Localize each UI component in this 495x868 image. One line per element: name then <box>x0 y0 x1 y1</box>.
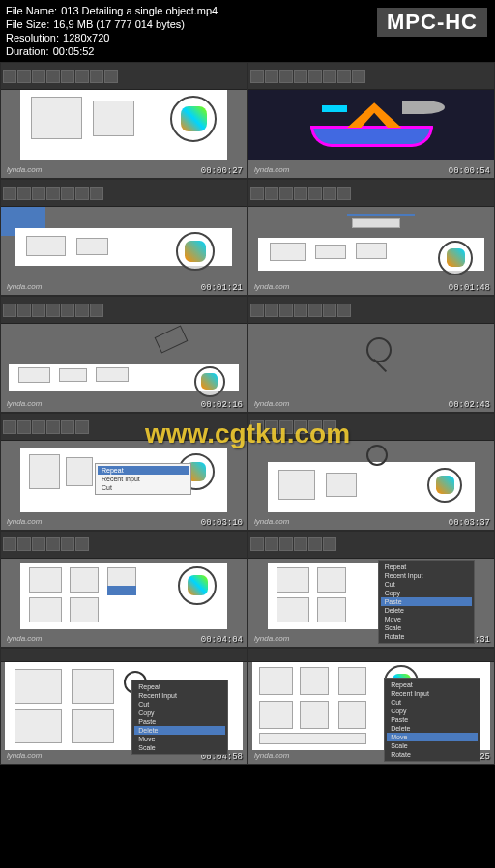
menu-item[interactable]: Paste <box>134 717 225 726</box>
toolbar-icon <box>250 304 264 317</box>
drawing-part <box>270 243 306 261</box>
toolbar-icon <box>32 420 45 434</box>
menu-item[interactable]: Recent Input <box>134 691 225 700</box>
toolbar-icon <box>265 420 278 434</box>
sketch-circle <box>366 337 392 362</box>
menu-item[interactable]: Scale <box>381 623 472 632</box>
drawing-part <box>300 667 329 695</box>
timecode: 00:03:10 <box>201 518 243 528</box>
resolution-label: Resolution: <box>6 31 59 44</box>
timecode: 00:02:16 <box>201 400 243 410</box>
menu-item[interactable]: Delete <box>381 606 472 615</box>
file-size-label: File Size: <box>6 17 49 31</box>
menu-item[interactable]: Cut <box>134 700 225 709</box>
lynda-watermark: lynda.com <box>254 634 289 643</box>
menu-item[interactable]: Paste <box>381 597 472 606</box>
sextant-scope <box>402 101 445 114</box>
menu-item[interactable]: Move <box>381 615 472 623</box>
timecode: 00:02:43 <box>449 400 490 410</box>
drawing-part <box>315 245 347 259</box>
toolbar-icon <box>17 420 31 434</box>
menu-item[interactable]: Repeat <box>98 466 189 475</box>
menu-item[interactable]: Copy <box>134 709 225 717</box>
lynda-watermark: lynda.com <box>254 517 289 526</box>
menu-item[interactable]: Copy <box>381 589 472 597</box>
menu-item[interactable]: Cut <box>381 580 472 589</box>
context-menu[interactable]: Repeat Recent Input Cut Copy Paste Delet… <box>131 680 228 755</box>
file-name-value: 013 Detailing a single object.mp4 <box>61 4 218 17</box>
app-toolbar <box>1 414 247 441</box>
menu-item[interactable]: Scale <box>134 743 225 752</box>
thumbnail[interactable]: lynda.com 00:04:04 <box>0 531 248 648</box>
thumbnail[interactable]: Repeat Recent Input Cut Copy Paste Delet… <box>248 648 495 765</box>
menu-item[interactable]: Rotate <box>387 750 478 759</box>
menu-item[interactable]: Copy <box>387 707 478 715</box>
menu-item[interactable]: Move <box>387 733 478 741</box>
input-field[interactable] <box>352 218 400 228</box>
menu-item[interactable]: Recent Input <box>381 571 472 580</box>
app-toolbar <box>248 532 494 559</box>
thumbnail[interactable]: lynda.com 00:02:43 <box>248 296 495 413</box>
lynda-watermark: lynda.com <box>7 282 42 291</box>
duration-value: 00:05:52 <box>53 44 95 58</box>
toolbar-icon <box>3 70 16 83</box>
menu-item[interactable]: Move <box>134 735 225 743</box>
menu-item[interactable]: Cut <box>387 698 478 707</box>
menu-item[interactable]: Delete <box>387 724 478 733</box>
toolbar-icon <box>279 304 293 317</box>
toolbar-icon <box>17 187 31 200</box>
thumbnail[interactable]: Repeat Recent Input Cut Copy Paste Delet… <box>248 531 495 648</box>
drawing-part <box>338 667 367 695</box>
menu-item[interactable]: Recent Input <box>98 475 189 483</box>
thumbnail[interactable]: lynda.com 00:00:27 <box>0 62 248 179</box>
timecode: 00:01:21 <box>201 283 243 293</box>
drawing-part <box>72 669 114 704</box>
toolbar-icon <box>279 420 293 434</box>
thumbnail[interactable]: lynda.com 00:01:48 <box>248 179 495 296</box>
drawing-part <box>26 236 65 257</box>
menu-item[interactable]: Repeat <box>387 680 478 689</box>
toolbar-icon <box>294 70 307 83</box>
menu-item[interactable]: Scale <box>387 741 478 750</box>
toolbar-icon <box>32 537 45 551</box>
thumbnail[interactable]: Repeat Recent Input Cut lynda.com 00:03:… <box>0 413 248 530</box>
menu-item[interactable]: Recent Input <box>387 689 478 698</box>
context-menu[interactable]: Repeat Recent Input Cut <box>95 463 191 495</box>
drawing-canvas <box>9 364 239 391</box>
drawing-canvas <box>20 90 227 160</box>
menu-item[interactable]: Cut <box>98 483 189 492</box>
colored-sextant-icon <box>181 106 206 131</box>
menu-item[interactable]: Rotate <box>381 632 472 641</box>
toolbar-icon <box>32 70 45 83</box>
thumbnail[interactable]: lynda.com 00:01:21 <box>0 179 248 296</box>
thumbnail[interactable]: lynda.com 00:02:16 <box>0 296 248 413</box>
menu-item[interactable]: Paste <box>387 715 478 724</box>
app-toolbar <box>1 297 247 324</box>
drawing-part <box>338 701 367 729</box>
menu-item[interactable]: Delete <box>134 726 225 735</box>
detail-circle <box>427 468 462 503</box>
thumbnail[interactable]: Repeat Recent Input Cut Copy Paste Delet… <box>0 648 248 765</box>
menu-item[interactable]: Repeat <box>381 563 472 571</box>
drawing-part <box>29 567 62 593</box>
toolbar-icon <box>17 70 31 83</box>
menu-item[interactable]: Repeat <box>134 682 225 691</box>
sextant-3d-model <box>310 101 433 147</box>
toolbar-icon <box>308 70 322 83</box>
toolbar-icon <box>61 187 74 200</box>
thumbnail[interactable]: lynda.com 00:03:37 <box>248 413 495 530</box>
drawing-part <box>96 367 128 382</box>
drawing-part <box>72 709 114 743</box>
thumbnail-grid: lynda.com 00:00:27 lynda.com 00:00:54 <box>0 62 495 868</box>
drawing-part <box>326 473 357 498</box>
context-menu[interactable]: Repeat Recent Input Cut Copy Paste Delet… <box>384 678 480 762</box>
toolbar-icon <box>75 420 89 434</box>
resolution-value: 1280x720 <box>63 31 109 44</box>
drawing-part <box>18 367 50 383</box>
thumbnail[interactable]: lynda.com 00:00:54 <box>248 62 495 179</box>
toolbar-icon <box>337 70 351 83</box>
drawing-part <box>76 238 109 255</box>
context-menu[interactable]: Repeat Recent Input Cut Copy Paste Delet… <box>378 560 475 644</box>
toolbar-icon <box>61 304 74 317</box>
app-toolbar <box>1 532 247 559</box>
